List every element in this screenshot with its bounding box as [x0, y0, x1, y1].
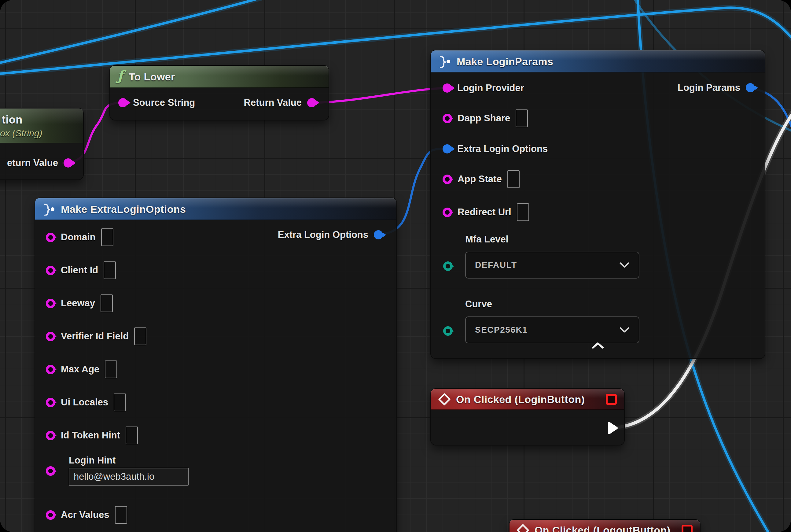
- node-header[interactable]: Make LoginParams: [431, 51, 765, 73]
- delegate-pin[interactable]: [606, 394, 617, 405]
- pin-extra-login-options-in[interactable]: [443, 144, 452, 153]
- node-header[interactable]: Make ExtraLoginOptions: [35, 198, 397, 220]
- node-header[interactable]: On Clicked (LoginButton): [431, 389, 624, 410]
- pin-curve[interactable]: [443, 326, 453, 336]
- pin-label: Domain: [61, 232, 96, 243]
- chevron-up-icon: [591, 342, 604, 349]
- pin-row-id-token-hint: Id Token Hint: [46, 427, 138, 444]
- make-struct-icon: [438, 55, 451, 68]
- max-age-input[interactable]: [105, 360, 117, 378]
- node-title: Make ExtraLoginOptions: [61, 203, 186, 215]
- blueprint-graph-canvas[interactable]: tion ox (String) eturn Value ƒ To Lower …: [0, 0, 791, 532]
- leeway-input[interactable]: [100, 294, 113, 312]
- pin-row-acr-values: Acr Values: [46, 506, 127, 524]
- event-icon: [517, 524, 529, 532]
- pin-domain[interactable]: [46, 233, 55, 242]
- pin-label: Login Provider: [457, 82, 524, 94]
- pin-row-login-params-out: Login Params: [678, 79, 755, 96]
- pin-acr-values[interactable]: [46, 510, 55, 520]
- verifier-id-field-input[interactable]: [134, 327, 147, 345]
- collapse-node-button[interactable]: [590, 341, 606, 350]
- pin-label: Extra Login Options: [457, 144, 548, 154]
- pin-row-return-value-partial: eturn Value: [0, 154, 73, 172]
- login-hint-input[interactable]: [69, 468, 189, 486]
- pin-login-params-out[interactable]: [746, 83, 755, 92]
- dapp-share-input[interactable]: [516, 110, 528, 127]
- node-title-fragment: tion: [2, 113, 23, 126]
- pin-login-provider[interactable]: [443, 83, 452, 93]
- pin-label: Acr Values: [61, 509, 110, 520]
- node-to-lower[interactable]: ƒ To Lower Source String Return Value: [110, 66, 329, 120]
- pin-login-hint[interactable]: [46, 466, 55, 476]
- pin-label: Redirect Url: [458, 207, 512, 218]
- curve-dropdown[interactable]: SECP256K1: [465, 317, 639, 343]
- pin-label: Extra Login Options: [278, 229, 368, 240]
- node-header[interactable]: ƒ To Lower: [110, 66, 329, 88]
- pin-return-value[interactable]: [63, 158, 73, 168]
- pin-label-login-hint: Login Hint: [69, 455, 116, 466]
- pin-leeway[interactable]: [46, 299, 55, 308]
- client-id-input[interactable]: [103, 261, 116, 279]
- mfa-level-dropdown[interactable]: DEFAULT: [465, 252, 639, 279]
- make-struct-icon: [42, 203, 55, 215]
- pin-row-redirect-url: Redirect Url: [443, 204, 529, 221]
- domain-input[interactable]: [101, 228, 113, 246]
- pin-client-id[interactable]: [46, 266, 55, 275]
- pin-verifier-id-field[interactable]: [46, 332, 55, 341]
- pin-label: Source String: [133, 97, 195, 108]
- node-partial-function[interactable]: tion ox (String) eturn Value: [0, 109, 83, 179]
- chevron-down-icon: [619, 262, 630, 268]
- exec-output-pin[interactable]: [607, 421, 619, 435]
- redirect-url-input[interactable]: [517, 203, 529, 221]
- pin-label: Dapp Share: [458, 113, 510, 124]
- pin-dapp-share[interactable]: [443, 114, 452, 123]
- enum-label-curve: Curve: [465, 299, 492, 310]
- id-token-hint-input[interactable]: [126, 426, 138, 444]
- node-on-clicked-logout-button[interactable]: On Clicked (LogoutButton): [509, 520, 700, 532]
- node-title: On Clicked (LogoutButton): [535, 524, 670, 532]
- app-state-input[interactable]: [507, 170, 520, 188]
- node-on-clicked-login-button[interactable]: On Clicked (LoginButton): [431, 389, 624, 445]
- pin-label: Login Params: [678, 82, 740, 93]
- ui-locales-input[interactable]: [114, 394, 126, 411]
- pin-app-state[interactable]: [443, 175, 452, 184]
- pin-label: Client Id: [61, 265, 98, 276]
- pin-label: Verifier Id Field: [61, 331, 129, 342]
- pin-label: App State: [458, 174, 502, 185]
- acr-values-input[interactable]: [115, 506, 127, 524]
- pin-return-value[interactable]: [307, 98, 316, 107]
- node-title: Make LoginParams: [457, 56, 553, 68]
- pin-row-ui-locales: Ui Locales: [46, 394, 126, 411]
- pin-mfa-level[interactable]: [443, 261, 453, 271]
- dropdown-value: DEFAULT: [475, 260, 517, 270]
- event-icon: [438, 393, 450, 405]
- pin-row-leeway: Leeway: [46, 295, 113, 312]
- pin-label: Ui Locales: [61, 397, 108, 408]
- node-header[interactable]: On Clicked (LogoutButton): [509, 520, 700, 532]
- pin-ui-locales[interactable]: [46, 398, 55, 407]
- node-make-login-params[interactable]: Make LoginParams Login Params Login Prov…: [431, 51, 765, 358]
- function-icon: ƒ: [117, 69, 123, 82]
- enum-label-mfa-level: Mfa Level: [465, 234, 508, 245]
- pin-row-client-id: Client Id: [46, 262, 116, 279]
- pin-label: Return Value: [244, 97, 302, 108]
- node-title: To Lower: [129, 71, 175, 83]
- dropdown-value: SECP256K1: [475, 325, 527, 335]
- chevron-down-icon: [619, 327, 630, 333]
- delegate-pin[interactable]: [681, 525, 693, 532]
- node-subtitle-fragment: ox (String): [0, 128, 42, 138]
- pin-label: Leeway: [61, 298, 95, 309]
- pin-row-max-age: Max Age: [46, 361, 117, 378]
- pin-source-string[interactable]: [118, 98, 128, 107]
- pin-label: Id Token Hint: [61, 430, 120, 441]
- node-make-extra-login-options[interactable]: Make ExtraLoginOptions Extra Login Optio…: [35, 198, 397, 532]
- pin-max-age[interactable]: [46, 365, 55, 374]
- pin-row-extra-login-options-out: Extra Login Options: [278, 226, 383, 243]
- pin-extra-login-options-out[interactable]: [374, 230, 383, 240]
- pin-row-extra-login-options-in: Extra Login Options: [443, 140, 548, 157]
- pin-row-verifier-id-field: Verifier Id Field: [46, 328, 147, 345]
- pin-redirect-url[interactable]: [443, 208, 452, 217]
- pin-label: Max Age: [61, 364, 99, 375]
- pin-row-return-value: Return Value: [244, 94, 317, 111]
- pin-id-token-hint[interactable]: [46, 431, 55, 440]
